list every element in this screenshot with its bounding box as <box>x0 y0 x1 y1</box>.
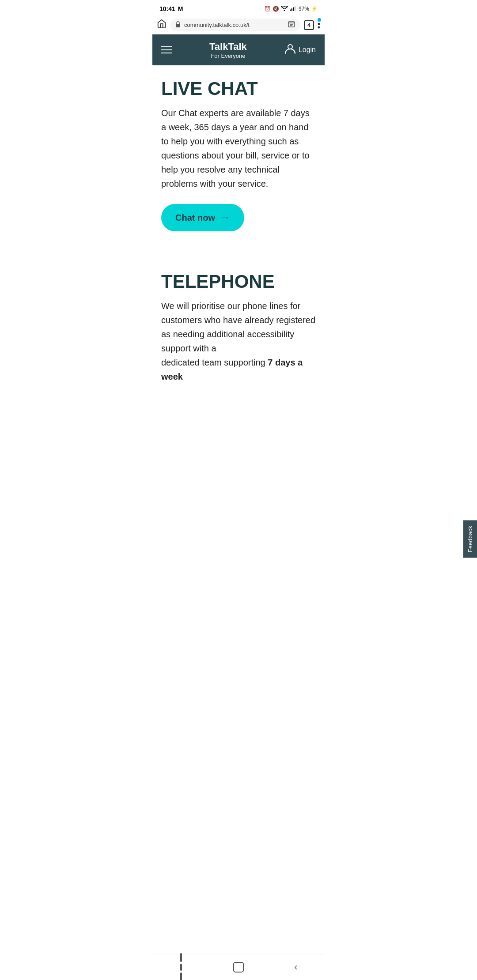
hamburger-line-1 <box>161 46 172 47</box>
nav-bar: TalkTalk For Everyone Login <box>152 34 325 65</box>
svg-rect-1 <box>292 8 292 11</box>
telephone-description: We will prioritise our phone lines for c… <box>161 299 316 384</box>
telephone-description-text: We will prioritise our phone lines for c… <box>161 301 315 353</box>
telephone-description-partial: dedicated team supporting 7 days a week <box>161 358 303 381</box>
hamburger-menu[interactable] <box>161 46 172 53</box>
browser-bar: community.talktalk.co.uk/t 4 <box>152 16 325 34</box>
svg-point-10 <box>318 23 320 25</box>
status-bar: 10:41 M ⏰ 🔇 97% ⚡ <box>152 0 325 16</box>
telephone-section: TELEPHONE We will prioritise our phone l… <box>152 271 325 406</box>
svg-rect-0 <box>290 9 291 11</box>
tabs-count[interactable]: 4 <box>304 20 314 30</box>
user-icon <box>284 43 296 57</box>
notification-dot <box>318 18 321 22</box>
hamburger-line-2 <box>161 49 172 50</box>
svg-rect-2 <box>293 7 294 11</box>
brand-tagline: For Everyone <box>209 53 247 59</box>
more-options-button[interactable] <box>318 19 320 31</box>
tab-menu-icon <box>288 21 295 29</box>
home-icon[interactable] <box>157 19 167 31</box>
address-bar[interactable]: community.talktalk.co.uk/t <box>170 19 300 31</box>
address-text: community.talktalk.co.uk/t <box>184 22 284 28</box>
login-label: Login <box>299 46 316 54</box>
signal-icon <box>290 6 297 12</box>
mute-icon: 🔇 <box>273 6 279 12</box>
live-chat-section: LIVE CHAT Our Chat experts are available… <box>152 65 325 253</box>
login-button[interactable]: Login <box>284 43 316 57</box>
wifi-icon <box>281 6 288 12</box>
status-time: 10:41 M <box>159 5 183 12</box>
battery-level: 97% <box>299 6 309 12</box>
section-divider <box>152 258 325 258</box>
battery-icon: ⚡ <box>311 6 318 12</box>
alarm-icon: ⏰ <box>264 6 271 12</box>
brand-logo: TalkTalk For Everyone <box>209 41 247 59</box>
svg-rect-4 <box>176 24 180 27</box>
status-icons: ⏰ 🔇 97% ⚡ <box>264 6 318 12</box>
email-icon: M <box>178 5 183 12</box>
brand-name: TalkTalk <box>209 41 247 52</box>
telephone-title: TELEPHONE <box>161 271 316 292</box>
chat-now-button[interactable]: Chat now → <box>161 204 244 231</box>
svg-point-11 <box>318 26 320 29</box>
telephone-bold-text: 7 days a week <box>161 358 303 381</box>
svg-point-12 <box>288 45 292 49</box>
live-chat-description: Our Chat experts are available 7 days a … <box>161 106 316 191</box>
svg-rect-3 <box>295 6 295 11</box>
chat-now-label: Chat now <box>175 213 215 223</box>
lock-icon <box>175 21 181 29</box>
hamburger-line-3 <box>161 53 172 53</box>
live-chat-title: LIVE CHAT <box>161 79 316 99</box>
time: 10:41 <box>159 5 175 12</box>
arrow-icon: → <box>220 212 230 223</box>
